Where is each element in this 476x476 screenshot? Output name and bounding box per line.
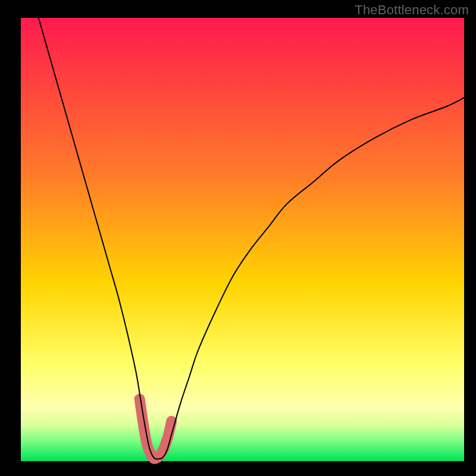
watermark-text: TheBottleneck.com: [355, 2, 469, 18]
plot-background: [21, 18, 464, 461]
bottleneck-chart: [0, 0, 476, 476]
chart-frame: TheBottleneck.com: [0, 0, 476, 476]
